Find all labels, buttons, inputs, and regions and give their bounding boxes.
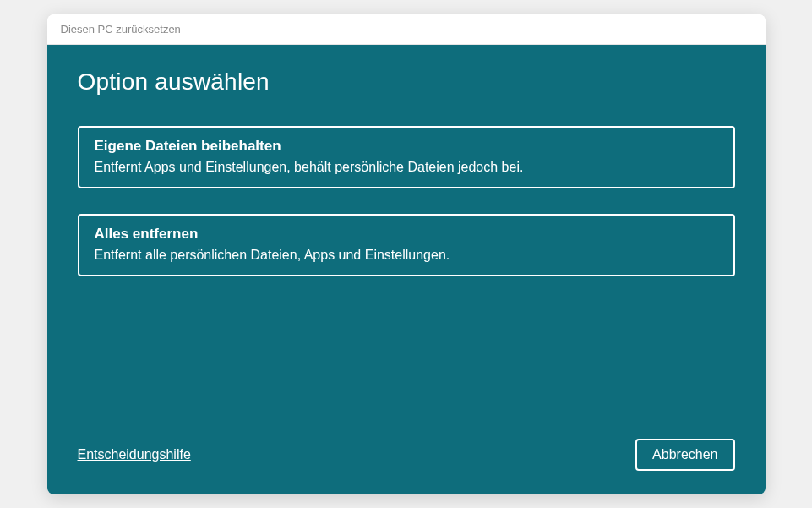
window-titlebar: Diesen PC zurücksetzen — [47, 14, 766, 45]
option-remove-everything[interactable]: Alles entfernen Entfernt alle persönlich… — [78, 214, 735, 276]
dialog-footer: Entscheidungshilfe Abbrechen — [78, 439, 735, 471]
option-keep-files[interactable]: Eigene Dateien beibehalten Entfernt Apps… — [78, 126, 735, 188]
reset-pc-dialog: Diesen PC zurücksetzen Option auswählen … — [47, 14, 766, 494]
page-title: Option auswählen — [78, 68, 735, 96]
option-title: Alles entfernen — [95, 226, 718, 243]
cancel-button[interactable]: Abbrechen — [635, 439, 734, 471]
window-title: Diesen PC zurücksetzen — [61, 23, 181, 36]
option-title: Eigene Dateien beibehalten — [95, 138, 718, 155]
option-description: Entfernt alle persönlichen Dateien, Apps… — [95, 248, 718, 263]
help-link[interactable]: Entscheidungshilfe — [78, 447, 191, 462]
dialog-content: Option auswählen Eigene Dateien beibehal… — [47, 45, 766, 494]
option-description: Entfernt Apps und Einstellungen, behält … — [95, 160, 718, 175]
